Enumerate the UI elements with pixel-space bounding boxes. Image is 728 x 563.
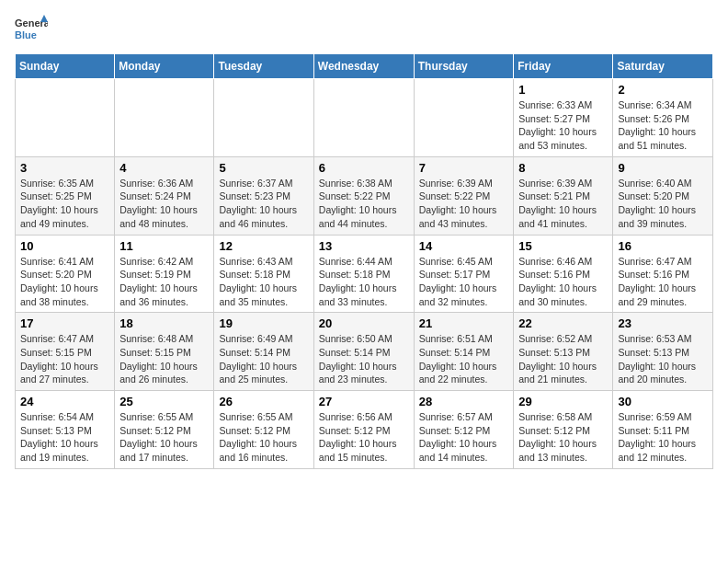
- calendar-cell: [115, 79, 214, 157]
- calendar-cell: 21Sunrise: 6:51 AM Sunset: 5:14 PM Dayli…: [414, 313, 514, 391]
- calendar-cell: 4Sunrise: 6:36 AM Sunset: 5:24 PM Daylig…: [115, 156, 214, 235]
- cell-info: Sunrise: 6:38 AM Sunset: 5:22 PM Dayligh…: [319, 177, 409, 231]
- calendar-cell: 23Sunrise: 6:53 AM Sunset: 5:13 PM Dayli…: [613, 313, 713, 391]
- day-number: 4: [119, 161, 209, 175]
- weekday-header: Sunday: [16, 54, 115, 79]
- day-number: 12: [219, 239, 308, 253]
- cell-info: Sunrise: 6:33 AM Sunset: 5:27 PM Dayligh…: [518, 98, 608, 153]
- cell-info: Sunrise: 6:37 AM Sunset: 5:23 PM Dayligh…: [219, 177, 308, 231]
- weekday-header: Thursday: [414, 54, 514, 79]
- day-number: 3: [20, 161, 109, 175]
- day-number: 26: [219, 395, 308, 408]
- day-number: 29: [518, 395, 608, 408]
- calendar-cell: 13Sunrise: 6:44 AM Sunset: 5:18 PM Dayli…: [313, 235, 414, 313]
- calendar-cell: 26Sunrise: 6:55 AM Sunset: 5:12 PM Dayli…: [214, 391, 313, 469]
- cell-info: Sunrise: 6:34 AM Sunset: 5:26 PM Dayligh…: [618, 98, 708, 153]
- calendar-cell: [313, 79, 414, 157]
- day-number: 21: [419, 316, 509, 330]
- weekday-header: Wednesday: [313, 54, 414, 79]
- weekday-header: Saturday: [613, 54, 713, 79]
- calendar-cell: 12Sunrise: 6:43 AM Sunset: 5:18 PM Dayli…: [214, 235, 313, 313]
- day-number: 15: [518, 239, 608, 253]
- calendar-cell: 14Sunrise: 6:45 AM Sunset: 5:17 PM Dayli…: [414, 235, 514, 313]
- cell-info: Sunrise: 6:39 AM Sunset: 5:21 PM Dayligh…: [518, 177, 608, 231]
- day-number: 25: [119, 395, 209, 408]
- cell-info: Sunrise: 6:57 AM Sunset: 5:12 PM Dayligh…: [419, 410, 509, 465]
- calendar-cell: 2Sunrise: 6:34 AM Sunset: 5:26 PM Daylig…: [613, 79, 713, 157]
- weekday-header-row: SundayMondayTuesdayWednesdayThursdayFrid…: [16, 54, 713, 79]
- weekday-header: Monday: [115, 54, 214, 79]
- calendar-cell: [16, 79, 115, 157]
- cell-info: Sunrise: 6:39 AM Sunset: 5:22 PM Dayligh…: [419, 177, 509, 231]
- calendar-cell: [414, 79, 514, 157]
- calendar-cell: 19Sunrise: 6:49 AM Sunset: 5:14 PM Dayli…: [214, 313, 313, 391]
- day-number: 14: [419, 239, 509, 253]
- day-number: 30: [618, 395, 708, 408]
- calendar-cell: 9Sunrise: 6:40 AM Sunset: 5:20 PM Daylig…: [613, 156, 713, 235]
- cell-info: Sunrise: 6:41 AM Sunset: 5:20 PM Dayligh…: [20, 255, 109, 309]
- cell-info: Sunrise: 6:50 AM Sunset: 5:14 PM Dayligh…: [319, 332, 409, 386]
- cell-info: Sunrise: 6:35 AM Sunset: 5:25 PM Dayligh…: [20, 177, 109, 231]
- day-number: 16: [618, 239, 708, 253]
- cell-info: Sunrise: 6:43 AM Sunset: 5:18 PM Dayligh…: [219, 255, 308, 309]
- day-number: 18: [119, 316, 209, 330]
- day-number: 9: [618, 161, 708, 175]
- calendar-table: SundayMondayTuesdayWednesdayThursdayFrid…: [15, 53, 713, 469]
- day-number: 5: [219, 161, 308, 175]
- day-number: 2: [618, 83, 708, 97]
- calendar-week-row: 3Sunrise: 6:35 AM Sunset: 5:25 PM Daylig…: [16, 156, 713, 235]
- cell-info: Sunrise: 6:47 AM Sunset: 5:16 PM Dayligh…: [618, 255, 708, 309]
- page-header: General Blue: [15, 15, 713, 42]
- calendar-cell: 25Sunrise: 6:55 AM Sunset: 5:12 PM Dayli…: [115, 391, 214, 469]
- cell-info: Sunrise: 6:55 AM Sunset: 5:12 PM Dayligh…: [219, 410, 308, 465]
- day-number: 11: [119, 239, 209, 253]
- calendar-cell: 5Sunrise: 6:37 AM Sunset: 5:23 PM Daylig…: [214, 156, 313, 235]
- day-number: 13: [319, 239, 409, 253]
- calendar-cell: 28Sunrise: 6:57 AM Sunset: 5:12 PM Dayli…: [414, 391, 514, 469]
- calendar-cell: 22Sunrise: 6:52 AM Sunset: 5:13 PM Dayli…: [514, 313, 613, 391]
- calendar-cell: 18Sunrise: 6:48 AM Sunset: 5:15 PM Dayli…: [115, 313, 214, 391]
- cell-info: Sunrise: 6:58 AM Sunset: 5:12 PM Dayligh…: [518, 410, 608, 465]
- cell-info: Sunrise: 6:49 AM Sunset: 5:14 PM Dayligh…: [219, 332, 308, 386]
- day-number: 10: [20, 239, 109, 253]
- weekday-header: Tuesday: [214, 54, 313, 79]
- calendar-cell: 30Sunrise: 6:59 AM Sunset: 5:11 PM Dayli…: [613, 391, 713, 469]
- cell-info: Sunrise: 6:45 AM Sunset: 5:17 PM Dayligh…: [419, 255, 509, 309]
- cell-info: Sunrise: 6:51 AM Sunset: 5:14 PM Dayligh…: [419, 332, 509, 386]
- calendar-cell: 27Sunrise: 6:56 AM Sunset: 5:12 PM Dayli…: [313, 391, 414, 469]
- calendar-cell: 17Sunrise: 6:47 AM Sunset: 5:15 PM Dayli…: [16, 313, 115, 391]
- calendar-cell: 11Sunrise: 6:42 AM Sunset: 5:19 PM Dayli…: [115, 235, 214, 313]
- day-number: 28: [419, 395, 509, 408]
- cell-info: Sunrise: 6:47 AM Sunset: 5:15 PM Dayligh…: [20, 332, 109, 386]
- weekday-header: Friday: [514, 54, 613, 79]
- cell-info: Sunrise: 6:36 AM Sunset: 5:24 PM Dayligh…: [119, 177, 209, 231]
- logo: General Blue: [15, 15, 48, 42]
- calendar-cell: 1Sunrise: 6:33 AM Sunset: 5:27 PM Daylig…: [514, 79, 613, 157]
- calendar-cell: 24Sunrise: 6:54 AM Sunset: 5:13 PM Dayli…: [16, 391, 115, 469]
- calendar-week-row: 24Sunrise: 6:54 AM Sunset: 5:13 PM Dayli…: [16, 391, 713, 469]
- day-number: 1: [518, 83, 608, 97]
- day-number: 20: [319, 316, 409, 330]
- calendar-cell: 6Sunrise: 6:38 AM Sunset: 5:22 PM Daylig…: [313, 156, 414, 235]
- svg-text:Blue: Blue: [15, 29, 37, 40]
- day-number: 23: [618, 316, 708, 330]
- calendar-cell: 8Sunrise: 6:39 AM Sunset: 5:21 PM Daylig…: [514, 156, 613, 235]
- day-number: 22: [518, 316, 608, 330]
- calendar-cell: 15Sunrise: 6:46 AM Sunset: 5:16 PM Dayli…: [514, 235, 613, 313]
- calendar-cell: 16Sunrise: 6:47 AM Sunset: 5:16 PM Dayli…: [613, 235, 713, 313]
- cell-info: Sunrise: 6:55 AM Sunset: 5:12 PM Dayligh…: [119, 410, 209, 465]
- cell-info: Sunrise: 6:44 AM Sunset: 5:18 PM Dayligh…: [319, 255, 409, 309]
- day-number: 17: [20, 316, 109, 330]
- cell-info: Sunrise: 6:54 AM Sunset: 5:13 PM Dayligh…: [20, 410, 109, 465]
- calendar-week-row: 1Sunrise: 6:33 AM Sunset: 5:27 PM Daylig…: [16, 79, 713, 157]
- calendar-week-row: 17Sunrise: 6:47 AM Sunset: 5:15 PM Dayli…: [16, 313, 713, 391]
- cell-info: Sunrise: 6:53 AM Sunset: 5:13 PM Dayligh…: [618, 332, 708, 386]
- calendar-week-row: 10Sunrise: 6:41 AM Sunset: 5:20 PM Dayli…: [16, 235, 713, 313]
- cell-info: Sunrise: 6:46 AM Sunset: 5:16 PM Dayligh…: [518, 255, 608, 309]
- cell-info: Sunrise: 6:59 AM Sunset: 5:11 PM Dayligh…: [618, 410, 708, 465]
- day-number: 19: [219, 316, 308, 330]
- day-number: 6: [319, 161, 409, 175]
- day-number: 27: [319, 395, 409, 408]
- cell-info: Sunrise: 6:52 AM Sunset: 5:13 PM Dayligh…: [518, 332, 608, 386]
- cell-info: Sunrise: 6:48 AM Sunset: 5:15 PM Dayligh…: [119, 332, 209, 386]
